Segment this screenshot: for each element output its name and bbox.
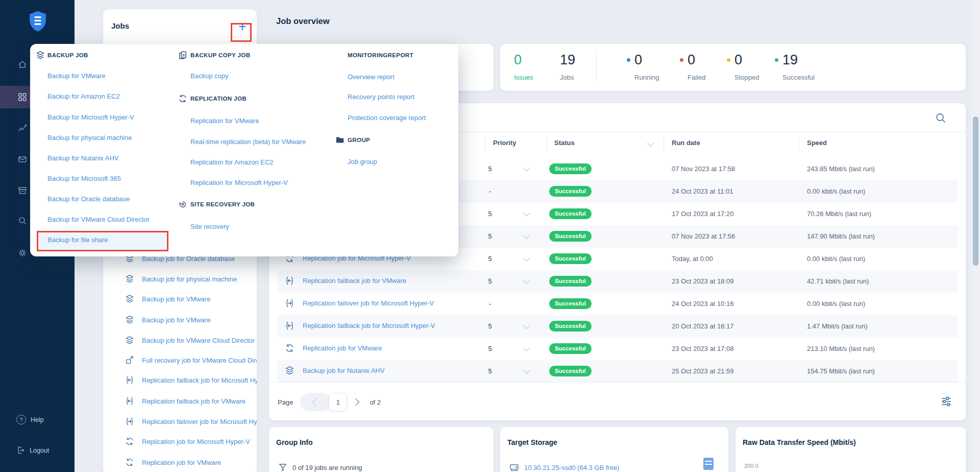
menu-item[interactable]: Backup for VMware [47,71,105,81]
menu-item-backup-for-file-share[interactable]: Backup for file share [47,235,108,245]
priority-chevron-icon[interactable] [523,210,530,217]
status-badge: Successful [549,366,592,376]
job-list-item[interactable]: Backup job for physical machine [125,273,237,285]
running-dot-icon [627,58,630,62]
menu-item[interactable]: Backup for VMware Cloud Director [47,215,150,225]
chart-axis-tick: 200.0 [744,463,758,469]
status-badge: Successful [549,321,592,332]
menu-item[interactable]: Backup for physical machine [47,133,132,143]
copy-doc-icon [178,51,187,60]
menu-item[interactable]: Replication for VMware [190,116,259,126]
job-link[interactable]: Replication failback job for VMware [303,277,406,285]
priority-chevron-icon[interactable] [523,367,530,374]
job-list-item[interactable]: Replication failover job for Microsoft H… [125,416,257,427]
menu-header-backup-copy-job: BACKUP COPY JOB [190,50,250,60]
priority-chevron-icon[interactable] [523,322,530,329]
menu-header-backup-job: BACKUP JOB [47,50,88,60]
app-logo-shield-icon[interactable] [29,10,47,33]
priority-chevron-icon[interactable] [523,277,530,284]
site-recovery-icon [178,200,187,209]
menu-item[interactable]: Overview report [348,72,395,82]
status-badge: Successful [549,186,592,197]
col-sep [664,137,664,151]
menu-item[interactable]: Backup copy [190,71,228,81]
table-row[interactable]: Replication failback job for Microsoft H… [277,315,958,338]
scrollbar-thumb[interactable] [973,116,978,266]
search-icon[interactable] [935,112,946,124]
logout-label: Logout [30,447,49,454]
home-icon[interactable] [17,59,28,69]
failback-job-icon [285,276,295,286]
table-row[interactable]: Replication job for VMware 5 Successful … [277,338,958,360]
menu-header-group: GROUP [348,135,370,145]
menu-item[interactable]: Replication for Amazon EC2 [190,157,274,168]
menu-item[interactable]: Site recovery [190,222,229,232]
funnel-icon [278,463,287,472]
job-link[interactable]: Replication job for VMware [303,344,382,352]
menu-item[interactable]: Backup for Nutanix AHV [47,153,118,163]
messages-icon[interactable] [17,154,28,164]
replication-job-icon [285,343,295,353]
menu-item[interactable]: Backup for Oracle database [47,194,130,204]
job-link[interactable]: Replication failover job for Microsoft H… [303,299,434,307]
menu-item[interactable]: Backup for Microsoft 365 [47,174,121,184]
jobs-grid-icon[interactable] [17,92,28,102]
folder-icon [335,135,345,145]
column-header-run-date[interactable]: Run date [672,139,700,147]
status-badge: Successful [549,163,592,174]
settings-gear-icon[interactable] [17,248,28,258]
backup-job-icon [125,274,134,284]
job-link[interactable]: Replication failback job for Microsoft H… [303,322,435,329]
backup-layers-icon [36,51,45,60]
job-list-item[interactable]: Full recovery job for VMware Cloud Direc… [125,355,257,366]
help-button[interactable]: ? Help [16,415,44,424]
stopped-dot-icon [727,58,730,62]
storage-link[interactable]: 10.30.21.25-ssd0 (64.3 GB free) [524,464,619,471]
search-nav-icon[interactable] [17,216,28,226]
menu-item[interactable]: Replication for Microsoft Hyper-V [190,178,288,188]
table-row[interactable]: Replication failover job for Microsoft H… [277,293,958,315]
table-settings-sliders-icon[interactable] [940,395,952,408]
current-page-box[interactable]: 1 [329,393,347,411]
stat-successful: 19 Successful [782,51,815,81]
replication-icon [178,94,187,103]
menu-item[interactable]: Backup for Microsoft Hyper-V [47,112,134,123]
priority-chevron-icon[interactable] [523,232,530,239]
logout-button[interactable]: Logout [16,446,49,455]
job-list-item[interactable]: Replication failback job for Microsoft H… [125,374,257,386]
add-job-button[interactable]: + [235,19,250,35]
status-filter-chevron-icon[interactable] [647,140,654,147]
priority-chevron-icon[interactable] [523,345,530,351]
priority-chevron-icon[interactable] [523,165,530,172]
next-page-button[interactable] [347,393,364,411]
menu-item[interactable]: Real-time replication (beta) for VMware [190,137,306,147]
analytics-icon[interactable] [17,123,28,133]
job-link[interactable]: Backup job for Nutanix AHV [303,367,384,374]
job-list-item[interactable]: Backup job for VMware [125,314,210,325]
jobs-panel-title: Jobs [111,21,129,30]
job-list-item[interactable]: Backup job for VMware [125,293,210,304]
help-label: Help [31,416,44,423]
table-row[interactable]: Replication failback job for VMware 5 Su… [277,270,958,293]
column-header-speed[interactable]: Speed [807,139,827,147]
menu-item[interactable]: Protection coverage report [348,113,426,123]
status-badge: Successful [549,298,592,309]
job-list-item[interactable]: Replication job for VMware [125,457,221,468]
menu-item[interactable]: Backup for Amazon EC2 [47,91,120,102]
menu-item[interactable]: Recovery points report [348,92,414,102]
menu-item[interactable]: Job group [348,157,377,167]
column-header-priority[interactable]: Priority [493,139,517,147]
scrollbar-track[interactable] [971,0,980,472]
priority-chevron-icon[interactable] [523,255,530,262]
prev-page-button[interactable] [300,393,332,411]
resources-icon[interactable] [17,185,28,196]
col-sep [485,137,485,151]
job-list-item[interactable]: Replication job for Microsoft Hyper-V [125,436,250,447]
raw-speed-card: Raw Data Transfer Speed (Mbit/s) 200.0 [736,427,966,472]
job-list-item[interactable]: Replication failback job for VMware [125,395,246,407]
storage-disk-icon [703,458,714,470]
job-list-item[interactable]: Backup job for VMware Cloud Director [125,335,255,346]
backup-job-icon [125,294,134,303]
column-header-status[interactable]: Status [554,139,575,147]
table-row[interactable]: Backup job for Nutanix AHV 5 Successful … [277,360,958,383]
